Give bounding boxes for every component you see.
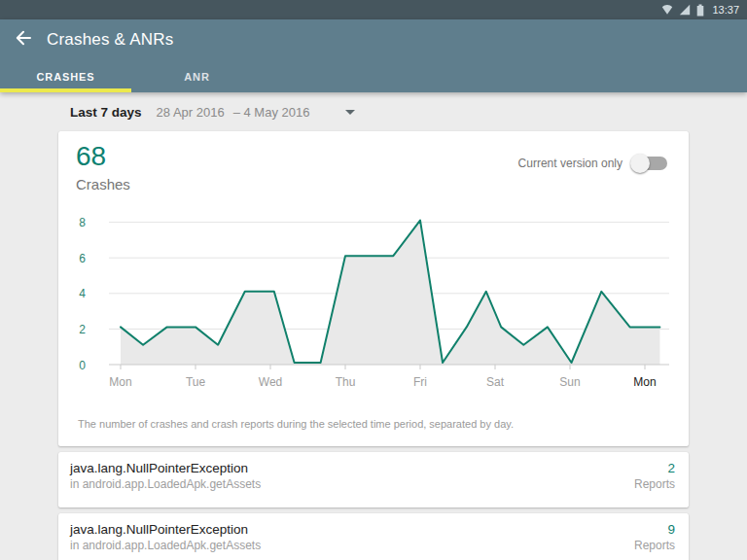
- reports-label: Reports: [634, 539, 675, 552]
- crashes-summary-card: 68 Crashes Current version only 02468Mon…: [58, 131, 689, 446]
- chart-caption: The number of crashes and crash reports …: [58, 397, 689, 430]
- reports-label: Reports: [634, 477, 675, 491]
- svg-text:0: 0: [79, 359, 86, 372]
- date-range-label: Last 7 days: [70, 105, 142, 120]
- crash-item-reports: 2 Reports: [634, 461, 675, 508]
- tab-active-indicator: [0, 88, 131, 92]
- tab-crashes[interactable]: CRASHES: [0, 60, 131, 92]
- status-bar: 13:37: [0, 0, 747, 19]
- crash-item-text: java.lang.NullPointerException in androi…: [70, 461, 261, 508]
- svg-text:Sun: Sun: [559, 375, 580, 389]
- app-bar: Crashes & ANRs: [0, 19, 747, 60]
- wifi-icon: [661, 4, 673, 16]
- svg-text:8: 8: [79, 216, 86, 229]
- crash-exception-location: in android.app.LoadedApk.getAssets: [70, 539, 261, 552]
- svg-text:4: 4: [79, 287, 86, 300]
- app-header: Crashes & ANRs CRASHES ANR: [0, 19, 747, 92]
- summary-card-header: 68 Crashes Current version only: [58, 131, 689, 193]
- current-version-toggle[interactable]: [634, 157, 667, 170]
- tab-anr[interactable]: ANR: [131, 60, 263, 92]
- back-arrow-icon: [15, 29, 32, 51]
- crash-exception-title: java.lang.NullPointerException: [70, 522, 261, 537]
- svg-text:2: 2: [79, 323, 86, 336]
- svg-text:Mon: Mon: [633, 375, 656, 389]
- crash-count: 68: [76, 141, 130, 172]
- reports-count: 2: [634, 461, 675, 475]
- dropdown-caret-icon: [345, 110, 355, 115]
- crash-exception-title: java.lang.NullPointerException: [70, 461, 261, 475]
- toggle-label: Current version only: [518, 157, 622, 170]
- svg-text:6: 6: [79, 252, 86, 265]
- reports-count: 9: [634, 522, 675, 537]
- svg-text:Fri: Fri: [413, 375, 427, 389]
- crashes-chart: 02468MonTueWedThuFriSatSunMon: [58, 212, 689, 397]
- svg-text:Sat: Sat: [486, 375, 505, 389]
- tab-crashes-label: CRASHES: [36, 71, 94, 83]
- crash-item-text: java.lang.NullPointerException in androi…: [70, 522, 261, 560]
- screen: 13:37 Crashes & ANRs CRASHES ANR Last 7 …: [0, 0, 747, 560]
- current-version-filter: Current version only: [518, 153, 671, 174]
- crash-item-reports: 9 Reports: [634, 522, 675, 560]
- date-range-selector[interactable]: Last 7 days 28 Apr 2016 – 4 May 2016: [0, 92, 747, 131]
- date-range-start: 28 Apr 2016: [157, 105, 225, 120]
- tab-anr-label: ANR: [184, 71, 210, 83]
- battery-icon: [696, 4, 704, 17]
- toggle-knob: [630, 154, 650, 173]
- svg-text:Tue: Tue: [186, 375, 206, 389]
- svg-text:Thu: Thu: [336, 375, 356, 389]
- cellular-signal-icon: [679, 4, 691, 16]
- date-range-end: – 4 May 2016: [233, 105, 310, 120]
- crash-total: 68 Crashes: [76, 141, 130, 193]
- tab-bar: CRASHES ANR: [0, 60, 747, 92]
- crash-exception-location: in android.app.LoadedApk.getAssets: [70, 477, 261, 491]
- crash-count-label: Crashes: [76, 176, 130, 193]
- svg-text:Mon: Mon: [109, 375, 131, 389]
- crash-list-item[interactable]: java.lang.NullPointerException in androi…: [58, 513, 689, 560]
- crashes-line-chart: 02468MonTueWedThuFriSatSunMon: [74, 212, 673, 397]
- status-time: 13:37: [712, 4, 739, 16]
- back-button[interactable]: [10, 26, 37, 53]
- page-title: Crashes & ANRs: [47, 30, 173, 50]
- svg-text:Wed: Wed: [259, 375, 282, 389]
- crash-list-item[interactable]: java.lang.NullPointerException in androi…: [58, 452, 689, 508]
